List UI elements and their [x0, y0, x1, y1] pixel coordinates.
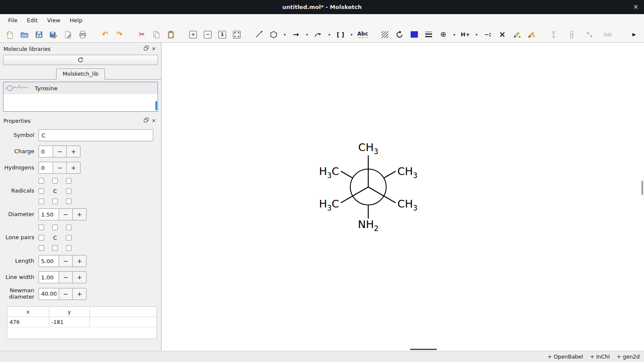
- lone-pair-checkbox[interactable]: [52, 245, 58, 251]
- tab-molsketch-lib[interactable]: Molsketch_lib: [56, 68, 105, 80]
- charge-decrease-button[interactable]: −: [53, 145, 67, 157]
- hydrogen-tool-dropdown[interactable]: ▾: [474, 28, 480, 41]
- diameter-input[interactable]: [39, 208, 59, 220]
- radical-checkbox[interactable]: [66, 199, 72, 204]
- bracket-tool-button[interactable]: [ ]: [334, 28, 347, 41]
- charge-tool-dropdown[interactable]: ▾: [451, 28, 457, 41]
- new-file-button[interactable]: [3, 28, 16, 41]
- save-as-button[interactable]: [47, 28, 60, 41]
- menu-help[interactable]: Help: [65, 15, 87, 25]
- close-panel-button[interactable]: ×: [150, 118, 158, 124]
- radical-checkbox[interactable]: [39, 199, 44, 204]
- toolbar-overflow-button[interactable]: ▶: [628, 28, 641, 41]
- hydrogens-increase-button[interactable]: +: [66, 162, 80, 174]
- pen-spark-tool-button[interactable]: [525, 28, 538, 41]
- menu-file[interactable]: File: [3, 15, 22, 25]
- lone-pair-checkbox[interactable]: [52, 225, 58, 230]
- diameter-decrease-button[interactable]: −: [59, 208, 73, 220]
- hatch-selection-tool-button[interactable]: [379, 28, 391, 41]
- window-close-button[interactable]: ×: [633, 3, 638, 11]
- undo-button[interactable]: ↶: [98, 28, 111, 41]
- hydrogen-tool-button[interactable]: H+: [459, 28, 472, 41]
- draw-bond-tool-button[interactable]: [253, 28, 265, 41]
- view-groups-button-disabled[interactable]: [601, 28, 614, 41]
- hydrogens-input[interactable]: [39, 162, 53, 174]
- atom-label-upper-left: H3C: [319, 165, 339, 180]
- copy-button[interactable]: [150, 28, 163, 41]
- export-button[interactable]: [62, 28, 75, 41]
- redo-button[interactable]: ↷: [113, 28, 126, 41]
- print-button[interactable]: [76, 28, 89, 41]
- radical-checkbox[interactable]: [39, 188, 44, 194]
- line-width-decrease-button[interactable]: −: [59, 271, 73, 283]
- radical-checkbox[interactable]: [52, 199, 58, 204]
- charge-tool-button[interactable]: ⊕: [437, 28, 450, 41]
- text-tool-button[interactable]: Abc: [356, 28, 369, 41]
- paste-button[interactable]: [164, 28, 177, 41]
- line-width-button[interactable]: [422, 28, 435, 41]
- arrow-tool-button[interactable]: →: [289, 28, 302, 41]
- newman-diameter-decrease-button[interactable]: −: [59, 288, 73, 300]
- zoom-in-button[interactable]: +: [187, 28, 200, 41]
- menu-edit[interactable]: Edit: [22, 15, 42, 25]
- detach-button-disabled[interactable]: [583, 28, 596, 41]
- rotate-tool-button[interactable]: [393, 28, 406, 41]
- length-decrease-button[interactable]: −: [59, 255, 73, 267]
- charge-input[interactable]: [39, 145, 53, 157]
- length-increase-button[interactable]: +: [72, 255, 86, 267]
- float-panel-button[interactable]: [142, 118, 150, 124]
- menu-view[interactable]: View: [42, 15, 65, 25]
- properties-body: Symbol Charge − + Hydrogens −: [0, 125, 161, 339]
- zoom-in-icon: +: [189, 31, 197, 39]
- coordinate-x-cell[interactable]: 476: [7, 317, 49, 327]
- pen-add-tool-button[interactable]: [510, 28, 523, 41]
- horizontal-scrollbar-thumb[interactable]: [410, 349, 437, 350]
- hydrogens-decrease-button[interactable]: −: [53, 162, 67, 174]
- newman-diameter-input[interactable]: [39, 288, 59, 300]
- lone-pair-checkbox[interactable]: [66, 245, 72, 251]
- chain-button-disabled[interactable]: [565, 28, 578, 41]
- lone-pair-checkbox[interactable]: [39, 235, 44, 240]
- save-button[interactable]: [33, 28, 45, 41]
- lone-pair-checkbox[interactable]: [66, 235, 72, 240]
- lone-pair-checkbox[interactable]: [39, 245, 44, 251]
- line-width-increase-button[interactable]: +: [72, 271, 86, 283]
- ring-tool-button[interactable]: [267, 28, 280, 41]
- close-panel-button[interactable]: ×: [150, 46, 158, 52]
- zoom-out-button[interactable]: −: [201, 28, 214, 41]
- newman-diameter-increase-button[interactable]: +: [72, 288, 86, 300]
- open-file-button[interactable]: [18, 28, 31, 41]
- radical-checkbox[interactable]: [39, 178, 44, 184]
- lone-pair-tool-button[interactable]: [481, 28, 494, 41]
- lone-pair-checkbox[interactable]: [66, 225, 72, 230]
- library-scrollbar[interactable]: [155, 101, 157, 110]
- list-item-tyrosine[interactable]: Tyrosine: [3, 82, 158, 94]
- line-width-input[interactable]: [39, 271, 59, 283]
- symbol-input[interactable]: [39, 129, 153, 141]
- save-as-icon: [49, 30, 58, 39]
- bracket-tool-dropdown[interactable]: ▾: [349, 28, 355, 41]
- drawing-canvas[interactable]: CH3 H3C CH3 H3C CH3 NH2: [162, 43, 644, 351]
- coordinate-y-cell[interactable]: -181: [49, 317, 90, 327]
- cut-button[interactable]: ✂: [135, 28, 148, 41]
- charge-increase-button[interactable]: +: [66, 145, 80, 157]
- color-picker-button[interactable]: [408, 28, 420, 41]
- float-panel-button[interactable]: [142, 46, 150, 52]
- zoom-fit-button[interactable]: [230, 28, 243, 41]
- radical-checkbox[interactable]: [66, 188, 72, 194]
- arrow-tool-dropdown[interactable]: ▾: [304, 28, 310, 41]
- lone-pair-checkbox[interactable]: [39, 225, 44, 230]
- curved-arrow-tool-dropdown[interactable]: ▾: [326, 28, 332, 41]
- length-input[interactable]: [39, 255, 59, 267]
- link-atoms-button-disabled[interactable]: [547, 28, 560, 41]
- radical-checkbox[interactable]: [66, 178, 72, 184]
- refresh-libraries-button[interactable]: [3, 55, 158, 65]
- zoom-original-button[interactable]: 1: [216, 28, 229, 41]
- curved-arrow-tool-button[interactable]: [312, 28, 325, 41]
- vertical-scrollbar-thumb[interactable]: [641, 181, 643, 195]
- radical-checkbox[interactable]: [52, 178, 58, 184]
- ring-tool-dropdown[interactable]: ▾: [282, 28, 288, 41]
- delete-tool-button[interactable]: ×: [496, 28, 509, 41]
- diameter-increase-button[interactable]: +: [72, 208, 86, 220]
- newman-projection[interactable]: CH3 H3C CH3 H3C CH3 NH2: [300, 136, 437, 238]
